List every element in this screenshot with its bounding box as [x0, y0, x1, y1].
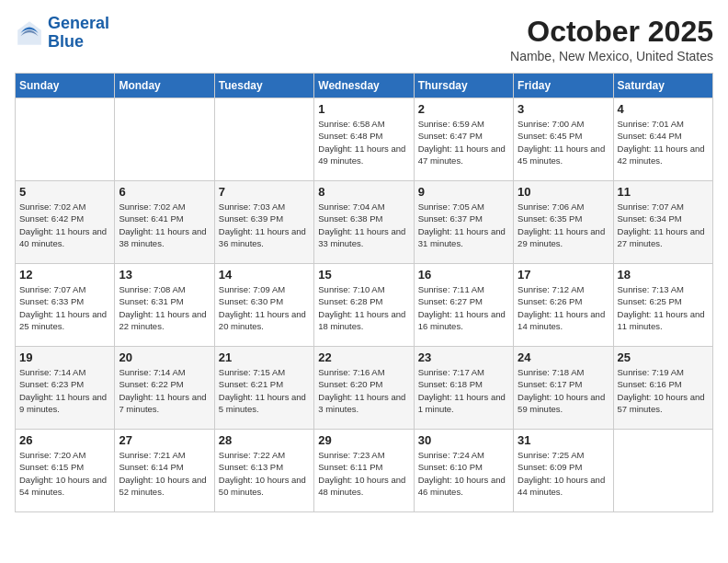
- calendar-cell: 6Sunrise: 7:02 AM Sunset: 6:41 PM Daylig…: [115, 181, 214, 264]
- day-number: 26: [19, 433, 110, 447]
- page-header: General Blue October 2025 Nambe, New Mex…: [15, 15, 713, 63]
- day-number: 27: [119, 433, 210, 447]
- month-title: October 2025: [510, 15, 713, 49]
- calendar-cell: 11Sunrise: 7:07 AM Sunset: 6:34 PM Dayli…: [613, 181, 712, 264]
- calendar-week: 26Sunrise: 7:20 AM Sunset: 6:15 PM Dayli…: [16, 430, 713, 512]
- day-info: Sunrise: 7:16 AM Sunset: 6:20 PM Dayligh…: [318, 366, 409, 415]
- day-number: 29: [318, 433, 409, 447]
- day-info: Sunrise: 7:11 AM Sunset: 6:27 PM Dayligh…: [418, 283, 509, 332]
- day-number: 15: [318, 268, 409, 282]
- calendar-cell: [214, 98, 313, 181]
- day-info: Sunrise: 7:06 AM Sunset: 6:35 PM Dayligh…: [518, 201, 609, 249]
- day-number: 7: [219, 185, 310, 199]
- day-number: 19: [19, 350, 110, 364]
- calendar-cell: 2Sunrise: 6:59 AM Sunset: 6:47 PM Daylig…: [414, 98, 513, 181]
- day-number: 24: [518, 350, 609, 364]
- weekday-header: Tuesday: [214, 74, 313, 98]
- day-number: 20: [119, 350, 210, 364]
- day-number: 9: [418, 185, 509, 199]
- logo-line1: General: [48, 14, 109, 32]
- calendar-cell: 17Sunrise: 7:12 AM Sunset: 6:26 PM Dayli…: [514, 264, 613, 347]
- weekday-header: Wednesday: [314, 74, 414, 98]
- day-info: Sunrise: 7:19 AM Sunset: 6:16 PM Dayligh…: [618, 366, 709, 415]
- day-info: Sunrise: 7:04 AM Sunset: 6:38 PM Dayligh…: [318, 201, 409, 249]
- calendar-cell: [16, 98, 115, 181]
- weekday-header: Sunday: [16, 74, 115, 98]
- day-info: Sunrise: 7:23 AM Sunset: 6:11 PM Dayligh…: [318, 449, 409, 498]
- day-info: Sunrise: 7:09 AM Sunset: 6:30 PM Dayligh…: [219, 283, 310, 332]
- calendar-week: 12Sunrise: 7:07 AM Sunset: 6:33 PM Dayli…: [16, 264, 713, 347]
- calendar-cell: 5Sunrise: 7:02 AM Sunset: 6:42 PM Daylig…: [16, 181, 115, 264]
- day-number: 30: [418, 433, 509, 447]
- calendar-cell: [115, 98, 214, 181]
- calendar-cell: 7Sunrise: 7:03 AM Sunset: 6:39 PM Daylig…: [214, 181, 313, 264]
- day-number: 21: [219, 350, 310, 364]
- day-number: 2: [418, 102, 509, 116]
- logo: General Blue: [15, 15, 109, 52]
- calendar-week: 1Sunrise: 6:58 AM Sunset: 6:48 PM Daylig…: [16, 98, 713, 181]
- calendar-cell: 3Sunrise: 7:00 AM Sunset: 6:45 PM Daylig…: [514, 98, 613, 181]
- day-info: Sunrise: 7:17 AM Sunset: 6:18 PM Dayligh…: [418, 366, 509, 415]
- calendar-week: 5Sunrise: 7:02 AM Sunset: 6:42 PM Daylig…: [16, 181, 713, 264]
- calendar-header: SundayMondayTuesdayWednesdayThursdayFrid…: [16, 74, 713, 98]
- calendar-cell: 30Sunrise: 7:24 AM Sunset: 6:10 PM Dayli…: [414, 430, 513, 512]
- day-info: Sunrise: 7:14 AM Sunset: 6:22 PM Dayligh…: [119, 366, 210, 415]
- calendar-week: 19Sunrise: 7:14 AM Sunset: 6:23 PM Dayli…: [16, 347, 713, 430]
- calendar-cell: 31Sunrise: 7:25 AM Sunset: 6:09 PM Dayli…: [514, 430, 613, 512]
- day-number: 10: [518, 185, 609, 199]
- logo-line2: Blue: [48, 32, 84, 51]
- calendar-cell: 13Sunrise: 7:08 AM Sunset: 6:31 PM Dayli…: [115, 264, 214, 347]
- calendar-cell: 27Sunrise: 7:21 AM Sunset: 6:14 PM Dayli…: [115, 430, 214, 512]
- day-info: Sunrise: 7:08 AM Sunset: 6:31 PM Dayligh…: [119, 283, 210, 332]
- calendar-body: 1Sunrise: 6:58 AM Sunset: 6:48 PM Daylig…: [16, 98, 713, 512]
- day-info: Sunrise: 7:18 AM Sunset: 6:17 PM Dayligh…: [518, 366, 609, 415]
- day-info: Sunrise: 7:12 AM Sunset: 6:26 PM Dayligh…: [518, 283, 609, 332]
- day-number: 16: [418, 268, 509, 282]
- day-number: 25: [618, 350, 709, 364]
- day-info: Sunrise: 7:24 AM Sunset: 6:10 PM Dayligh…: [418, 449, 509, 498]
- day-info: Sunrise: 6:59 AM Sunset: 6:47 PM Dayligh…: [418, 118, 509, 167]
- weekday-header: Thursday: [414, 74, 513, 98]
- day-info: Sunrise: 7:20 AM Sunset: 6:15 PM Dayligh…: [19, 449, 110, 498]
- day-number: 8: [318, 185, 409, 199]
- calendar-cell: 20Sunrise: 7:14 AM Sunset: 6:22 PM Dayli…: [115, 347, 214, 430]
- day-number: 6: [119, 185, 210, 199]
- day-number: 28: [219, 433, 310, 447]
- calendar-cell: 9Sunrise: 7:05 AM Sunset: 6:37 PM Daylig…: [414, 181, 513, 264]
- day-info: Sunrise: 7:14 AM Sunset: 6:23 PM Dayligh…: [19, 366, 110, 415]
- day-info: Sunrise: 7:15 AM Sunset: 6:21 PM Dayligh…: [219, 366, 310, 415]
- calendar-cell: 22Sunrise: 7:16 AM Sunset: 6:20 PM Dayli…: [314, 347, 414, 430]
- day-number: 17: [518, 268, 609, 282]
- calendar-cell: 1Sunrise: 6:58 AM Sunset: 6:48 PM Daylig…: [314, 98, 414, 181]
- logo-text: General Blue: [48, 15, 109, 52]
- location: Nambe, New Mexico, United States: [510, 49, 713, 63]
- day-number: 31: [518, 433, 609, 447]
- calendar-cell: 14Sunrise: 7:09 AM Sunset: 6:30 PM Dayli…: [214, 264, 313, 347]
- day-number: 14: [219, 268, 310, 282]
- day-number: 1: [318, 102, 409, 116]
- day-info: Sunrise: 7:07 AM Sunset: 6:33 PM Dayligh…: [19, 283, 110, 332]
- calendar-cell: 12Sunrise: 7:07 AM Sunset: 6:33 PM Dayli…: [16, 264, 115, 347]
- calendar-cell: 26Sunrise: 7:20 AM Sunset: 6:15 PM Dayli…: [16, 430, 115, 512]
- day-info: Sunrise: 7:07 AM Sunset: 6:34 PM Dayligh…: [618, 201, 709, 249]
- day-info: Sunrise: 7:13 AM Sunset: 6:25 PM Dayligh…: [618, 283, 709, 332]
- weekday-header: Friday: [514, 74, 613, 98]
- calendar-cell: 23Sunrise: 7:17 AM Sunset: 6:18 PM Dayli…: [414, 347, 513, 430]
- day-number: 18: [618, 268, 709, 282]
- calendar-cell: 18Sunrise: 7:13 AM Sunset: 6:25 PM Dayli…: [613, 264, 712, 347]
- day-number: 22: [318, 350, 409, 364]
- calendar-table: SundayMondayTuesdayWednesdayThursdayFrid…: [15, 73, 713, 512]
- calendar-cell: 21Sunrise: 7:15 AM Sunset: 6:21 PM Dayli…: [214, 347, 313, 430]
- calendar-cell: 16Sunrise: 7:11 AM Sunset: 6:27 PM Dayli…: [414, 264, 513, 347]
- calendar-cell: 8Sunrise: 7:04 AM Sunset: 6:38 PM Daylig…: [314, 181, 414, 264]
- header-row: SundayMondayTuesdayWednesdayThursdayFrid…: [16, 74, 713, 98]
- day-number: 11: [618, 185, 709, 199]
- day-info: Sunrise: 7:25 AM Sunset: 6:09 PM Dayligh…: [518, 449, 609, 498]
- title-block: October 2025 Nambe, New Mexico, United S…: [510, 15, 713, 63]
- day-number: 3: [518, 102, 609, 116]
- calendar-cell: 19Sunrise: 7:14 AM Sunset: 6:23 PM Dayli…: [16, 347, 115, 430]
- day-info: Sunrise: 7:10 AM Sunset: 6:28 PM Dayligh…: [318, 283, 409, 332]
- day-info: Sunrise: 7:03 AM Sunset: 6:39 PM Dayligh…: [219, 201, 310, 249]
- day-info: Sunrise: 6:58 AM Sunset: 6:48 PM Dayligh…: [318, 118, 409, 167]
- day-number: 23: [418, 350, 509, 364]
